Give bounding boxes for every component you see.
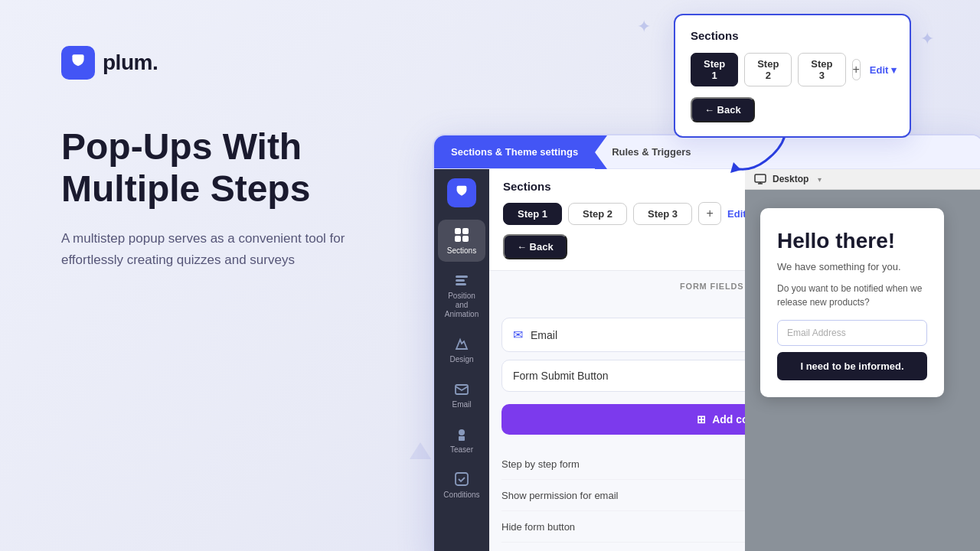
logo-icon — [61, 46, 95, 80]
panel-tabs: Sections & Theme settings Rules & Trigge… — [434, 135, 980, 169]
svg-rect-3 — [455, 236, 461, 242]
svg-marker-0 — [730, 162, 741, 173]
left-section: plum. Pop-Ups With Multiple Steps A mult… — [61, 46, 413, 270]
preview-content: Hello there! We have something for you. … — [745, 190, 980, 416]
panel-sidebar: Sections Position and Animation — [434, 169, 489, 551]
logo-row: plum. — [61, 46, 413, 80]
floating-back-btn[interactable]: ← Back — [691, 97, 755, 122]
deco-dots-2: ✦ — [637, 17, 651, 37]
content-step-3[interactable]: Step 3 — [633, 203, 692, 225]
main-panel: Sections & Theme settings Rules & Trigge… — [433, 134, 980, 551]
position-icon — [452, 271, 471, 289]
sidebar-item-teaser[interactable]: Teaser — [438, 419, 485, 461]
email-icon — [452, 380, 471, 398]
preview-pane: Desktop ▾ Hello there! We have something… — [745, 169, 980, 551]
popup-hello: Hello there! — [777, 230, 927, 253]
popup-sub: We have something for you. — [777, 261, 927, 272]
popup-cta-button[interactable]: I need to be informed. — [777, 352, 927, 380]
tab-sections-theme[interactable]: Sections & Theme settings — [434, 135, 595, 168]
teaser-icon — [452, 425, 471, 443]
floating-add-step[interactable]: + — [852, 59, 861, 80]
desktop-dropdown[interactable]: ▾ — [818, 175, 822, 184]
sidebar-item-email[interactable]: Email — [438, 373, 485, 416]
sidebar-item-position[interactable]: Position and Animation — [438, 265, 485, 325]
svg-rect-11 — [456, 473, 468, 485]
logo-text: plum. — [103, 51, 158, 75]
floating-step-1[interactable]: Step 1 — [691, 53, 738, 86]
floating-step-2[interactable]: Step 2 — [744, 53, 792, 86]
sidebar-design-label: Design — [449, 355, 473, 364]
hero-title: Pop-Ups With Multiple Steps — [61, 126, 413, 210]
sections-icon — [452, 226, 471, 244]
svg-rect-7 — [456, 283, 466, 285]
floating-sections-card: Sections Step 1 Step 2 Step 3 + Edit ▾ ←… — [674, 14, 911, 138]
plum-icon — [68, 53, 88, 73]
floating-card-title: Sections — [691, 29, 894, 42]
floating-edit-btn[interactable]: Edit ▾ — [870, 64, 897, 76]
svg-rect-1 — [455, 228, 461, 234]
tab-rules-triggers[interactable]: Rules & Triggers — [595, 135, 707, 168]
svg-rect-5 — [456, 276, 468, 278]
email-field-label: Email — [531, 329, 557, 341]
submit-field-label: Form Submit Button — [513, 370, 609, 382]
content-step-2[interactable]: Step 2 — [568, 203, 627, 225]
sidebar-item-design[interactable]: Design — [438, 328, 485, 370]
conditions-icon — [452, 470, 471, 488]
sidebar-position-label: Position and Animation — [443, 292, 481, 319]
sidebar-logo — [447, 178, 476, 207]
sidebar-email-label: Email — [452, 400, 471, 409]
panel-body: Sections Position and Animation — [434, 169, 980, 551]
sidebar-conditions-label: Conditions — [443, 491, 479, 500]
content-back-btn[interactable]: ← Back — [503, 234, 567, 259]
sidebar-plum-icon — [453, 184, 470, 201]
hero-subtitle: A multistep popup serves as a convenient… — [61, 228, 352, 269]
add-content-icon: ⊞ — [697, 413, 706, 425]
svg-rect-2 — [462, 228, 469, 234]
popup-card: Hello there! We have something for you. … — [760, 208, 944, 397]
show-permission-label: Show permission for email — [501, 490, 618, 501]
step-by-step-label: Step by step form — [501, 458, 580, 470]
content-step-1[interactable]: Step 1 — [503, 203, 562, 225]
design-icon — [452, 334, 471, 353]
deco-triangle — [410, 442, 431, 459]
sidebar-item-conditions[interactable]: Conditions — [438, 464, 485, 506]
floating-step-3[interactable]: Step 3 — [798, 53, 845, 86]
svg-rect-10 — [459, 436, 465, 441]
svg-rect-6 — [456, 279, 465, 282]
content-add-step[interactable]: + — [698, 202, 721, 225]
svg-rect-4 — [462, 236, 469, 242]
sidebar-sections-label: Sections — [447, 246, 476, 256]
sidebar-teaser-label: Teaser — [450, 445, 473, 455]
popup-desc: Do you want to be notified when we relea… — [777, 282, 927, 309]
deco-dots-1: ✦ — [920, 29, 934, 49]
sidebar-item-sections[interactable]: Sections — [438, 220, 485, 262]
floating-steps-row: Step 1 Step 2 Step 3 + Edit ▾ — [691, 53, 894, 86]
popup-email-input[interactable]: Email Address — [777, 320, 927, 346]
svg-point-9 — [459, 429, 465, 435]
hide-form-button-label: Hide form button — [501, 521, 575, 533]
email-field-icon: ✉ — [513, 328, 523, 342]
